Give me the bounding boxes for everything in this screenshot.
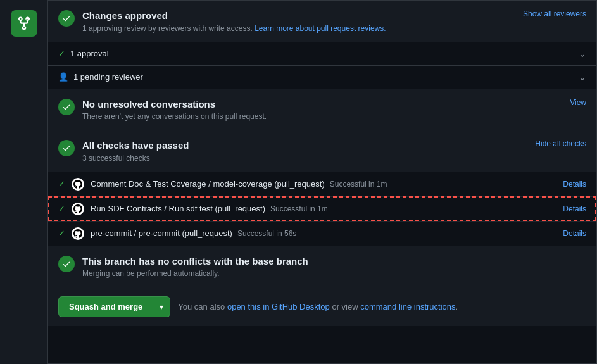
check-item-3-logo (72, 227, 84, 240)
squash-merge-button[interactable]: Squash and merge (58, 296, 153, 317)
no-conversations-check-icon (58, 99, 75, 115)
check-item-1-logo (72, 178, 84, 191)
merge-button-group: Squash and merge ▾ (58, 296, 170, 317)
approval-chevron-icon: ⌄ (579, 49, 586, 59)
check-item-2: ✓ Run SDF Contracts / Run sdf test (pull… (48, 196, 596, 221)
approval-row[interactable]: ✓ 1 approval ⌄ (48, 42, 596, 66)
pull-request-reviews-link[interactable]: Learn more about pull request reviews. (255, 24, 386, 33)
check-item-1-check-icon: ✓ (58, 179, 65, 189)
branch-status-subtitle: Merging can be performed automatically. (82, 269, 308, 278)
pending-reviewer-row[interactable]: 👤 1 pending reviewer ⌄ (48, 66, 596, 89)
branch-status-section: This branch has no conflicts with the ba… (48, 246, 596, 288)
changes-approved-title: Changes approved (82, 9, 386, 22)
check-item-2-name: Run SDF Contracts / Run sdf test (pull_r… (91, 204, 265, 213)
check-item-3: ✓ pre-commit / pre-commit (pull_request)… (48, 221, 596, 246)
approval-label: 1 approval (70, 49, 109, 58)
check-item-2-details-link[interactable]: Details (563, 204, 586, 213)
main-content: Changes approved 1 approving review by r… (48, 0, 597, 364)
check-item-3-details-link[interactable]: Details (563, 229, 586, 238)
approval-check-icon: ✓ (58, 49, 65, 58)
approved-check-icon (58, 10, 75, 27)
show-all-reviewers-link[interactable]: Show all reviewers (523, 9, 586, 18)
check-item-3-check-icon: ✓ (58, 229, 65, 238)
check-item-1-details-link[interactable]: Details (563, 180, 586, 189)
branch-status-title: This branch has no conflicts with the ba… (82, 255, 308, 268)
cli-instructions-link[interactable]: command line instructions (360, 302, 455, 311)
all-checks-section: All checks have passed 3 successful chec… (48, 130, 596, 246)
view-conversations-link[interactable]: View (570, 98, 586, 107)
all-checks-icon (58, 140, 75, 156)
no-conversations-section: No unresolved conversations There aren't… (48, 89, 596, 131)
all-checks-subtitle: 3 successful checks (82, 154, 189, 163)
changes-approved-subtitle: 1 approving review by reviewers with wri… (82, 24, 386, 33)
check-item-1-status: Successful in 1m (330, 180, 387, 189)
merge-section: Squash and merge ▾ You can also open thi… (48, 287, 596, 326)
pending-reviewer-chevron-icon: ⌄ (579, 72, 586, 82)
check-item-3-status: Successful in 56s (237, 229, 296, 238)
changes-approved-section: Changes approved 1 approving review by r… (48, 1, 596, 42)
check-item-3-name: pre-commit / pre-commit (pull_request) (91, 229, 232, 238)
all-checks-title: All checks have passed (82, 139, 189, 152)
merge-info-text: You can also open this in GitHub Desktop… (178, 302, 458, 311)
person-icon: 👤 (58, 72, 68, 82)
check-item-2-status: Successful in 1m (270, 204, 328, 213)
branch-status-icon (58, 256, 75, 272)
no-conversations-subtitle: There aren't yet any conversations on th… (82, 112, 267, 121)
open-desktop-link[interactable]: open this in GitHub Desktop (227, 302, 330, 311)
merge-dropdown-button[interactable]: ▾ (153, 296, 170, 317)
sidebar-logo[interactable] (11, 10, 37, 37)
sidebar (0, 0, 48, 364)
check-item-2-check-icon: ✓ (58, 204, 65, 213)
hide-all-checks-link[interactable]: Hide all checks (535, 139, 586, 148)
pending-reviewer-label: 1 pending reviewer (73, 72, 143, 82)
check-item-1: ✓ Comment Doc & Test Coverage / model-co… (48, 172, 596, 196)
check-item-2-logo (72, 203, 84, 215)
no-conversations-title: No unresolved conversations (82, 98, 267, 111)
check-item-1-name: Comment Doc & Test Coverage / model-cove… (91, 179, 325, 189)
